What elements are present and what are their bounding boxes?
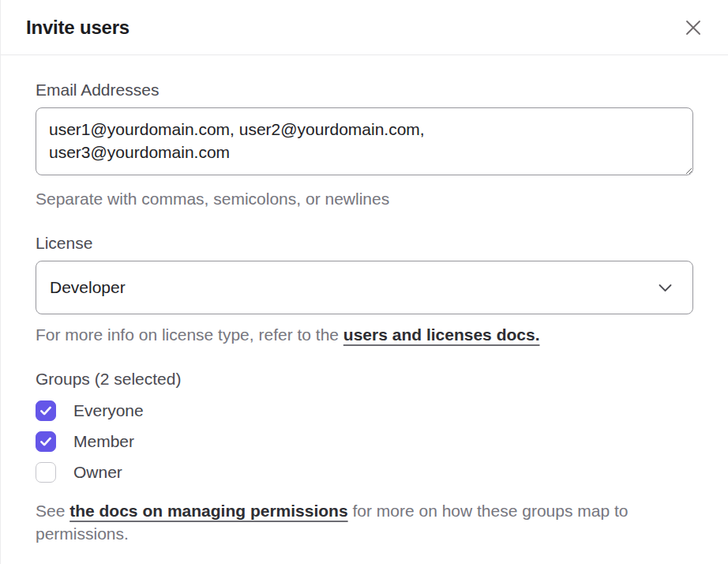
page-title: Invite users	[26, 17, 129, 39]
license-select[interactable]: Developer	[36, 261, 693, 314]
email-addresses-input[interactable]: user1@yourdomain.com, user2@yourdomain.c…	[36, 107, 693, 175]
license-helper-text: For more info on license type, refer to …	[36, 323, 693, 346]
modal-body: Email Addresses user1@yourdomain.com, us…	[1, 55, 728, 545]
users-licenses-docs-link[interactable]: users and licenses docs.	[343, 325, 540, 344]
group-checkbox-member[interactable]	[36, 431, 56, 452]
modal-header: Invite users	[1, 0, 728, 55]
license-helper-prefix: For more info on license type, refer to …	[36, 325, 343, 344]
groups-helper-prefix: See	[36, 502, 69, 520]
group-label-member[interactable]: Member	[73, 432, 134, 451]
group-checkbox-owner[interactable]	[36, 462, 56, 483]
group-checkbox-everyone[interactable]	[36, 400, 56, 421]
email-helper-text: Separate with commas, semicolons, or new…	[36, 187, 693, 210]
email-section: Email Addresses user1@yourdomain.com, us…	[36, 81, 693, 210]
groups-label: Groups (2 selected)	[36, 370, 693, 389]
license-section: License Developer For more info on licen…	[36, 234, 693, 346]
group-option-everyone[interactable]: Everyone	[36, 400, 693, 421]
license-selected-value: Developer	[50, 278, 126, 297]
license-label: License	[36, 234, 693, 253]
chevron-down-icon	[659, 284, 672, 292]
close-icon	[684, 18, 703, 37]
group-label-owner[interactable]: Owner	[73, 463, 122, 482]
close-button[interactable]	[681, 15, 706, 40]
groups-helper-text: See the docs on managing permissions for…	[36, 499, 650, 545]
group-option-owner[interactable]: Owner	[36, 462, 693, 483]
managing-permissions-docs-link[interactable]: the docs on managing permissions	[69, 502, 347, 520]
groups-section: Groups (2 selected) Everyone Member	[36, 370, 693, 545]
group-label-everyone[interactable]: Everyone	[73, 401, 144, 420]
email-addresses-label: Email Addresses	[36, 81, 693, 100]
group-option-member[interactable]: Member	[36, 431, 693, 452]
